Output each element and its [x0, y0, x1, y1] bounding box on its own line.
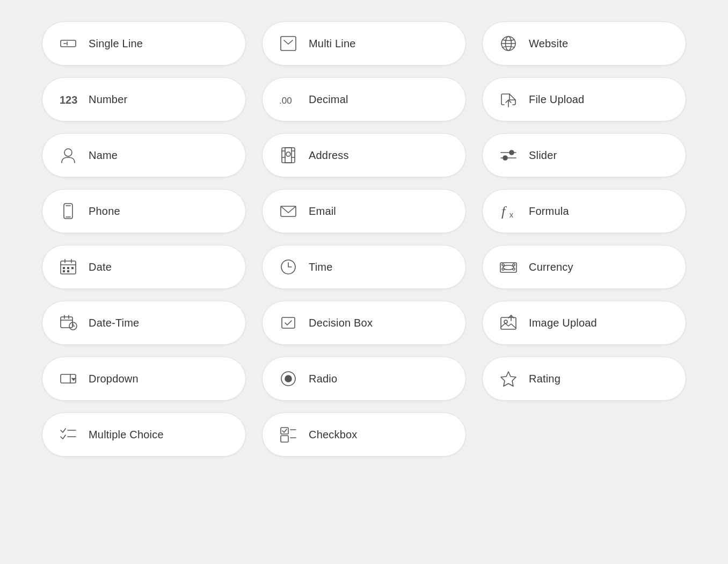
field-label-dropdown: Dropdown: [89, 373, 139, 385]
field-btn-dropdown[interactable]: Dropdown: [42, 357, 246, 401]
svg-rect-32: [63, 267, 65, 269]
field-label-email: Email: [309, 205, 336, 218]
field-label-file-upload: File Upload: [529, 93, 584, 106]
field-label-number: Number: [89, 93, 127, 106]
field-label-address: Address: [309, 149, 349, 162]
svg-rect-59: [281, 428, 288, 434]
field-btn-currency[interactable]: Currency: [482, 245, 686, 289]
svg-text:x: x: [509, 211, 513, 219]
svg-point-13: [286, 152, 290, 156]
svg-point-43: [513, 268, 515, 270]
decimal-icon: .00: [276, 88, 300, 111]
svg-point-19: [509, 150, 514, 155]
field-btn-address[interactable]: Address: [262, 133, 466, 177]
radio-icon: [276, 367, 300, 391]
field-label-radio: Radio: [309, 373, 337, 385]
field-btn-phone[interactable]: Phone: [42, 189, 246, 233]
svg-rect-39: [503, 265, 514, 270]
multiple-choice-icon: [56, 423, 80, 446]
date-time-icon: [56, 311, 80, 335]
field-label-decimal: Decimal: [309, 93, 348, 106]
svg-rect-11: [282, 148, 295, 163]
svg-marker-56: [501, 372, 516, 386]
file-upload-icon: [497, 88, 520, 111]
time-icon: [276, 255, 300, 279]
rating-icon: [497, 367, 520, 391]
field-label-checkbox: Checkbox: [309, 429, 358, 441]
svg-rect-0: [61, 40, 76, 47]
field-label-single-line: Single Line: [89, 38, 143, 50]
field-btn-checkbox[interactable]: Checkbox: [262, 413, 466, 457]
field-btn-file-upload[interactable]: File Upload: [482, 77, 686, 121]
field-btn-slider[interactable]: Slider: [482, 133, 686, 177]
svg-text:123: 123: [60, 94, 77, 106]
field-btn-formula[interactable]: fxFormula: [482, 189, 686, 233]
slider-icon: [497, 143, 520, 167]
field-btn-number[interactable]: 123Number: [42, 77, 246, 121]
field-label-multi-line: Multi Line: [309, 38, 356, 50]
svg-point-55: [285, 375, 292, 382]
field-label-phone: Phone: [89, 205, 120, 218]
field-label-formula: Formula: [529, 205, 569, 218]
field-btn-email[interactable]: Email: [262, 189, 466, 233]
image-upload-icon: [497, 311, 520, 335]
field-btn-website[interactable]: Website: [482, 21, 686, 66]
svg-point-42: [502, 268, 504, 270]
name-icon: [56, 143, 80, 167]
field-label-currency: Currency: [529, 261, 573, 273]
field-label-website: Website: [529, 38, 568, 50]
svg-rect-36: [67, 270, 69, 272]
field-label-multiple-choice: Multiple Choice: [89, 429, 164, 441]
svg-rect-34: [71, 267, 74, 269]
address-icon: [276, 143, 300, 167]
svg-point-10: [64, 149, 72, 156]
svg-point-40: [502, 264, 504, 266]
field-btn-single-line[interactable]: Single Line: [42, 21, 246, 66]
date-icon: [56, 255, 80, 279]
multi-line-icon: [276, 32, 300, 55]
svg-rect-35: [63, 270, 65, 272]
field-btn-date-time[interactable]: Date-Time: [42, 301, 246, 345]
field-type-grid: Single LineMulti LineWebsite123Number.00…: [42, 21, 686, 457]
decision-box-icon: [276, 311, 300, 335]
svg-point-41: [513, 264, 515, 266]
website-icon: [497, 32, 520, 55]
field-label-name: Name: [89, 149, 118, 162]
field-btn-decimal[interactable]: .00Decimal: [262, 77, 466, 121]
field-label-slider: Slider: [529, 149, 557, 162]
svg-rect-61: [281, 436, 288, 442]
field-label-image-upload: Image Upload: [529, 317, 597, 329]
svg-rect-33: [67, 267, 69, 269]
svg-point-51: [504, 320, 507, 323]
email-icon: [276, 199, 300, 223]
phone-icon: [56, 199, 80, 223]
svg-rect-44: [61, 317, 72, 328]
currency-icon: [497, 255, 520, 279]
checkbox-icon: [276, 423, 300, 446]
field-label-decision-box: Decision Box: [309, 317, 373, 329]
svg-rect-50: [501, 317, 516, 329]
svg-text:f: f: [501, 204, 507, 219]
field-btn-rating[interactable]: Rating: [482, 357, 686, 401]
number-icon: 123: [56, 88, 80, 111]
svg-rect-49: [282, 317, 295, 328]
field-btn-multi-line[interactable]: Multi Line: [262, 21, 466, 66]
formula-icon: fx: [497, 199, 520, 223]
svg-point-21: [503, 156, 507, 160]
field-btn-radio[interactable]: Radio: [262, 357, 466, 401]
field-btn-image-upload[interactable]: Image Upload: [482, 301, 686, 345]
field-btn-decision-box[interactable]: Decision Box: [262, 301, 466, 345]
field-btn-multiple-choice[interactable]: Multiple Choice: [42, 413, 246, 457]
field-label-date-time: Date-Time: [89, 317, 139, 329]
dropdown-icon: [56, 367, 80, 391]
svg-text:.00: .00: [279, 96, 292, 106]
field-label-rating: Rating: [529, 373, 560, 385]
single-line-icon: [56, 32, 80, 55]
field-label-time: Time: [309, 261, 333, 273]
field-label-date: Date: [89, 261, 112, 273]
field-btn-time[interactable]: Time: [262, 245, 466, 289]
field-btn-name[interactable]: Name: [42, 133, 246, 177]
field-btn-date[interactable]: Date: [42, 245, 246, 289]
